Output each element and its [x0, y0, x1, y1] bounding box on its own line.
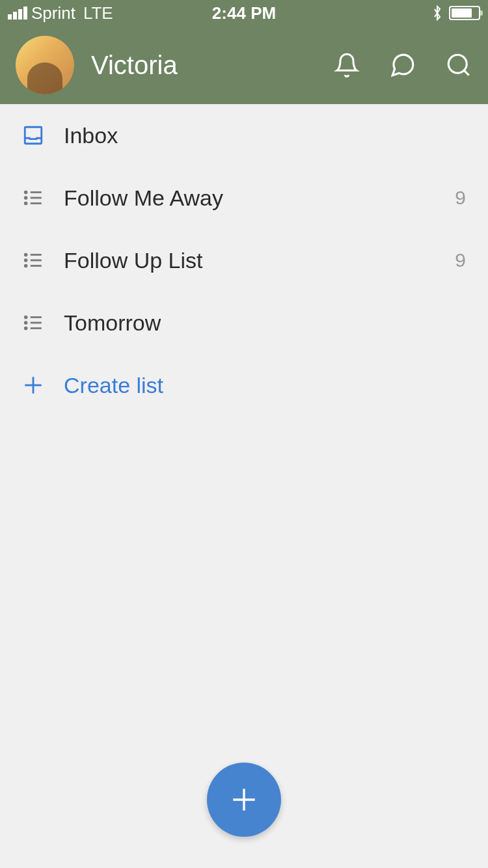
chat-icon	[389, 51, 416, 79]
lists-container: Inbox Follow Me Away 9 Follow Up List 9	[0, 104, 488, 416]
list-item-label: Inbox	[64, 123, 466, 148]
plus-icon	[228, 783, 260, 816]
notifications-button[interactable]	[333, 51, 360, 79]
svg-point-0	[448, 55, 467, 73]
status-left: Sprint LTE	[8, 3, 113, 23]
create-list-button[interactable]: Create list	[0, 354, 488, 416]
search-button[interactable]	[445, 51, 472, 79]
avatar[interactable]	[16, 36, 74, 94]
svg-point-13	[25, 265, 27, 267]
svg-point-11	[25, 260, 27, 262]
status-right	[432, 5, 480, 21]
clock-label: 2:44 PM	[212, 3, 276, 23]
username-label: Victoria	[91, 51, 316, 80]
svg-point-17	[25, 322, 27, 324]
svg-point-15	[25, 316, 27, 318]
list-icon	[22, 312, 44, 334]
svg-line-1	[464, 70, 469, 75]
list-icon	[22, 187, 44, 209]
list-item-tomorrow[interactable]: Tomorrow	[0, 292, 488, 354]
svg-point-19	[25, 327, 27, 329]
list-icon	[22, 249, 44, 271]
svg-point-5	[25, 197, 27, 199]
battery-icon	[449, 6, 480, 20]
status-bar: Sprint LTE 2:44 PM	[0, 0, 488, 26]
svg-rect-2	[25, 127, 42, 144]
svg-point-9	[25, 254, 27, 256]
list-item-inbox[interactable]: Inbox	[0, 104, 488, 167]
svg-point-7	[25, 202, 27, 204]
plus-icon	[22, 374, 44, 396]
create-list-label: Create list	[64, 373, 466, 398]
carrier-label: Sprint	[31, 3, 75, 23]
list-item-count: 9	[455, 249, 466, 271]
list-item-follow-up-list[interactable]: Follow Up List 9	[0, 229, 488, 292]
signal-icon	[8, 7, 27, 20]
list-item-label: Tomorrow	[64, 310, 466, 336]
svg-point-3	[25, 191, 27, 193]
search-icon	[445, 51, 472, 79]
list-item-count: 9	[455, 187, 466, 209]
list-item-follow-me-away[interactable]: Follow Me Away 9	[0, 167, 488, 229]
bluetooth-icon	[432, 5, 442, 21]
chat-button[interactable]	[389, 51, 416, 79]
network-label: LTE	[83, 3, 113, 23]
add-task-fab[interactable]	[207, 763, 281, 837]
bell-icon	[334, 52, 360, 78]
list-item-label: Follow Me Away	[64, 185, 435, 211]
list-item-label: Follow Up List	[64, 248, 435, 273]
app-header: Victoria	[0, 26, 488, 104]
inbox-icon	[22, 124, 44, 146]
